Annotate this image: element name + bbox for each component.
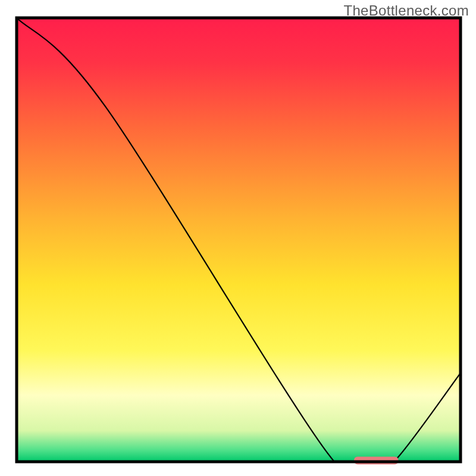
bottleneck-chart bbox=[0, 0, 476, 476]
plot-background bbox=[17, 18, 461, 462]
chart-container: TheBottleneck.com bbox=[0, 0, 476, 476]
